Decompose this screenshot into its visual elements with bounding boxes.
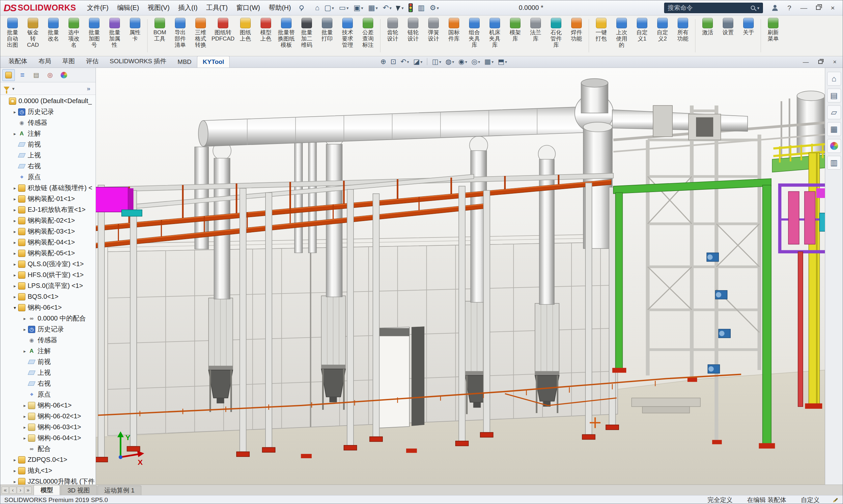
tree-expand-arrow[interactable] — [21, 327, 28, 332]
tree-item[interactable]: LPS.0(流平室) <1> — [0, 280, 95, 291]
ribbon-button[interactable]: 石化 管件 库 — [546, 16, 566, 55]
tree-expand-arrow[interactable] — [12, 305, 18, 310]
tree-expand-arrow[interactable] — [12, 207, 18, 213]
tree-item[interactable]: 历史记录 — [0, 324, 95, 335]
tree-item[interactable]: 注解 — [0, 345, 95, 356]
ribbon-button[interactable]: 批量 加属 性 — [104, 16, 125, 55]
ribbon-button[interactable]: 所有 功能 — [673, 16, 693, 55]
tree-expand-arrow[interactable] — [12, 457, 18, 463]
ribbon-tab[interactable]: MBD — [172, 56, 197, 68]
quick-access-button[interactable]: ▣ — [352, 3, 365, 13]
quick-access-button[interactable]: ▥ — [416, 3, 427, 13]
close-icon[interactable]: × — [826, 2, 839, 14]
user-account-icon[interactable] — [768, 2, 782, 14]
doc-restore-icon[interactable] — [815, 58, 825, 66]
tree-item[interactable]: 钢构-06-04<1> — [0, 433, 95, 444]
ribbon-button[interactable]: 批量 加图 号 — [84, 16, 104, 55]
menu-item[interactable]: 窗口(W) — [232, 0, 264, 15]
restore-icon[interactable] — [812, 2, 825, 14]
ribbon-button[interactable]: 图纸转 PDFCAD — [211, 16, 235, 55]
tree-expand-arrow[interactable] — [12, 251, 18, 256]
filter-caret-icon[interactable] — [10, 86, 15, 92]
tree-item[interactable]: 钢构装配-02<1> — [0, 215, 95, 226]
custom-properties-icon[interactable]: ▥ — [827, 156, 841, 170]
tree-item[interactable]: 注解 — [0, 128, 95, 139]
ribbon-button[interactable]: 批量 加二 维码 — [297, 16, 317, 55]
tree-item[interactable]: 钢构-06-02<1> — [0, 411, 95, 422]
hud-button[interactable]: ⬒ — [497, 57, 508, 66]
tree-expand-arrow[interactable] — [12, 468, 18, 473]
tree-item[interactable]: 积放链 (基础预埋件) < — [0, 182, 95, 193]
tree-item[interactable]: 传感器 — [0, 117, 95, 128]
tree-item[interactable]: QLS.0(强冷室) <1> — [0, 258, 95, 269]
last-tab-icon[interactable]: » — [24, 487, 32, 494]
prev-tab-icon[interactable]: ‹ — [9, 487, 16, 494]
tree-item[interactable]: 钢构-06-03<1> — [0, 422, 95, 433]
hud-button[interactable]: ⊕ — [379, 57, 388, 66]
ribbon-button[interactable]: 上次 使用 的 — [611, 16, 632, 55]
tree-item[interactable]: HFS.0(烘干室) <1> — [0, 269, 95, 280]
doc-minimize-icon[interactable]: — — [801, 58, 810, 66]
menu-item[interactable]: 插入(I) — [174, 0, 202, 15]
ribbon-button[interactable]: 组合 夹具 库 — [464, 16, 485, 55]
ribbon-button[interactable] — [589, 19, 589, 52]
tree-expand-arrow[interactable] — [21, 425, 28, 430]
tree-item[interactable]: 上视 — [0, 150, 95, 161]
tree-item[interactable]: 上视 — [0, 367, 95, 378]
tree-expand-arrow[interactable] — [21, 403, 28, 408]
ribbon-button[interactable]: 导出 部件 清单 — [170, 16, 191, 55]
tree-item[interactable]: 原点 — [0, 389, 95, 400]
minimize-icon[interactable]: — — [797, 2, 810, 14]
hud-button[interactable]: ◍ — [444, 57, 455, 66]
ribbon-button[interactable]: 自定 义1 — [632, 16, 652, 55]
ribbon-tab[interactable]: 布局 — [33, 55, 57, 68]
menu-item[interactable]: 视图(V) — [143, 0, 174, 15]
ribbon-button[interactable]: 批量 打印 — [317, 16, 337, 55]
ribbon-button[interactable]: 刷新 菜单 — [763, 16, 783, 55]
dimxpertmanager-tab-icon[interactable] — [44, 69, 56, 81]
first-tab-icon[interactable]: « — [2, 487, 9, 494]
tree-expand-arrow[interactable] — [12, 229, 18, 234]
edit-sketch-icon[interactable] — [833, 497, 839, 503]
ribbon-button[interactable]: 批量 改名 — [43, 16, 64, 55]
hud-button[interactable] — [427, 58, 427, 65]
tree-expand-arrow[interactable] — [21, 435, 28, 441]
search-icon[interactable] — [751, 5, 755, 10]
appearances-scenes-icon[interactable] — [827, 139, 841, 153]
tree-expand-arrow[interactable] — [12, 272, 18, 278]
tree-item[interactable]: 传感器 — [0, 335, 95, 345]
tree-expand-arrow[interactable] — [12, 218, 18, 223]
tree-expand-arrow[interactable] — [12, 479, 18, 484]
tree-expand-arrow[interactable] — [21, 414, 28, 419]
help-icon[interactable]: ? — [783, 2, 796, 14]
design-library-icon[interactable]: ▤ — [827, 89, 841, 103]
ribbon-button[interactable]: 一键 打包 — [591, 16, 611, 55]
displaymanager-tab-icon[interactable] — [58, 69, 70, 81]
tree-item[interactable]: 钢构-06<1> — [0, 400, 95, 411]
tree-item[interactable]: JZSL0000升降机 (下件 — [0, 476, 95, 485]
configurationmanager-tab-icon[interactable] — [30, 69, 42, 81]
tree-expand-arrow[interactable] — [12, 294, 18, 300]
ribbon-button[interactable]: 齿轮 设计 — [382, 16, 403, 55]
ribbon-button[interactable] — [147, 19, 148, 52]
tree-item[interactable]: 右视 — [0, 161, 95, 172]
ribbon-button[interactable]: 批量替 换图纸 模板 — [276, 16, 297, 55]
menu-item[interactable]: 编辑(E) — [113, 0, 143, 15]
quick-access-button[interactable]: ⚙ — [428, 3, 441, 13]
panel-flyout-expand[interactable]: » — [85, 85, 92, 92]
featuremanager-tab-icon[interactable] — [2, 69, 15, 81]
file-explorer-icon[interactable]: ▱ — [827, 105, 841, 119]
ribbon-button[interactable]: 法兰 库 — [525, 16, 546, 55]
ribbon-button[interactable]: 国标 件库 — [444, 16, 464, 55]
tree-expand-arrow[interactable] — [12, 283, 18, 289]
tree-expand-arrow[interactable] — [21, 316, 28, 321]
quick-access-button[interactable]: ▭ — [337, 3, 351, 13]
hud-button[interactable]: ◫ — [431, 57, 442, 66]
ribbon-tab[interactable]: SOLIDWORKS 插件 — [104, 55, 172, 68]
hud-button[interactable]: ▦ — [483, 57, 495, 66]
ribbon-tab[interactable]: 装配体 — [3, 55, 33, 68]
ribbon-tab[interactable]: 评估 — [80, 55, 104, 68]
ribbon-button[interactable]: 模型 上色 — [256, 16, 276, 55]
tree-item[interactable]: 0.0000 (Default<Default_ — [0, 95, 95, 106]
tree-expand-arrow[interactable] — [12, 196, 18, 202]
